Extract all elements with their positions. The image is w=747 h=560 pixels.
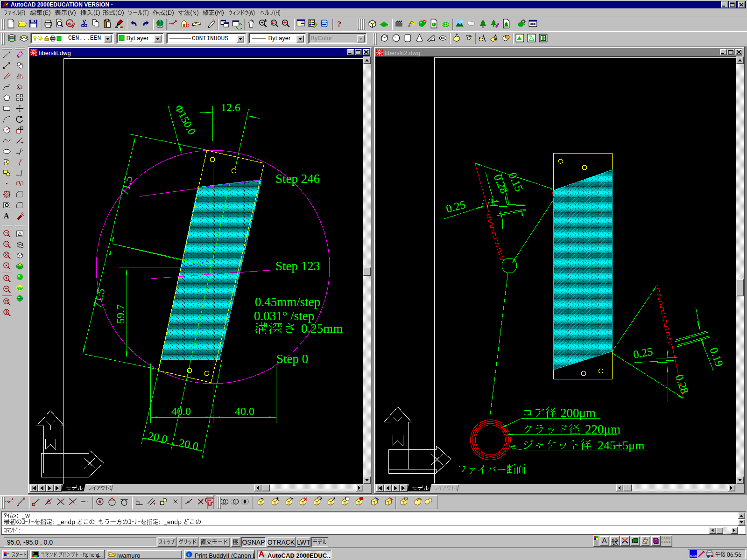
svg-text:71.5: 71.5	[119, 175, 135, 196]
svg-text:0.45mm/step: 0.45mm/step	[255, 295, 320, 309]
svg-text:?: ?	[655, 540, 656, 544]
svg-text:Step 0: Step 0	[276, 352, 308, 366]
svg-text:Step 123: Step 123	[275, 259, 320, 273]
svg-text:Φ150.0: Φ150.0	[173, 103, 198, 137]
svg-text:20.0: 20.0	[147, 429, 169, 445]
svg-text:Step 246: Step 246	[275, 172, 320, 186]
svg-text:i: i	[188, 552, 190, 557]
svg-text:59.7: 59.7	[114, 304, 127, 324]
svg-text:245±5μm: 245±5μm	[598, 439, 644, 452]
svg-text:20.0: 20.0	[178, 436, 199, 452]
svg-text:0.031° /step: 0.031° /step	[254, 309, 314, 323]
svg-text:0.25: 0.25	[632, 345, 654, 361]
svg-text:0.19: 0.19	[707, 346, 726, 368]
svg-text:0.28: 0.28	[673, 373, 691, 395]
svg-text:0.25mm: 0.25mm	[301, 322, 343, 336]
svg-text:40.0: 40.0	[171, 405, 191, 417]
svg-text:40.0: 40.0	[235, 405, 254, 417]
svg-text:3Com: 3Com	[690, 554, 697, 557]
svg-text:12.6: 12.6	[221, 101, 240, 113]
svg-text:?: ?	[337, 19, 341, 28]
svg-text:ab: ab	[67, 21, 71, 26]
svg-text:71.5: 71.5	[91, 287, 107, 309]
svg-text:A: A	[4, 212, 9, 220]
